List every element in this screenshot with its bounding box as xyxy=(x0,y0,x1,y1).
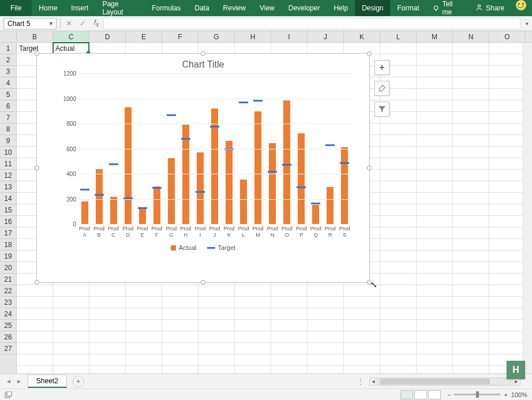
bar-actual-10[interactable] xyxy=(226,141,233,224)
row-header-3[interactable]: 3 xyxy=(0,66,16,77)
ribbon-tab-view[interactable]: View xyxy=(253,0,282,16)
col-header-o[interactable]: O xyxy=(489,31,526,42)
bar-actual-1[interactable] xyxy=(96,169,103,224)
target-marker-12[interactable] xyxy=(253,100,263,102)
tell-me-button[interactable]: Tell me xyxy=(426,0,470,16)
col-header-d[interactable]: D xyxy=(89,31,126,42)
name-box[interactable]: Chart 5 ▼ xyxy=(3,18,57,29)
row-header-7[interactable]: 7 xyxy=(0,112,16,124)
view-page-layout-button[interactable] xyxy=(414,390,427,399)
target-marker-8[interactable] xyxy=(196,191,205,193)
bar-actual-12[interactable] xyxy=(254,111,261,224)
row-header-6[interactable]: 6 xyxy=(0,100,16,112)
chart-filters-button[interactable] xyxy=(374,102,389,117)
macro-record-icon[interactable] xyxy=(5,391,13,398)
ribbon-tab-help[interactable]: Help xyxy=(327,0,355,16)
bar-actual-5[interactable] xyxy=(153,186,160,224)
target-marker-14[interactable] xyxy=(282,164,291,166)
target-marker-2[interactable] xyxy=(109,163,118,165)
target-marker-6[interactable] xyxy=(167,114,176,116)
col-header-k[interactable]: K xyxy=(344,31,380,42)
ribbon-tab-review[interactable]: Review xyxy=(216,0,253,16)
ribbon-tab-home[interactable]: Home xyxy=(32,0,64,16)
zoom-out-button[interactable]: − xyxy=(447,391,451,398)
col-header-c[interactable]: C xyxy=(53,31,89,42)
col-header-g[interactable]: G xyxy=(198,31,235,42)
bar-actual-3[interactable] xyxy=(125,107,132,224)
row-header-4[interactable]: 4 xyxy=(0,77,16,89)
vertical-scrollbar[interactable] xyxy=(523,43,532,374)
bar-actual-2[interactable] xyxy=(110,197,117,224)
target-marker-5[interactable] xyxy=(152,187,162,189)
bar-actual-8[interactable] xyxy=(197,152,204,224)
target-marker-0[interactable] xyxy=(80,189,89,190)
bar-actual-17[interactable] xyxy=(327,187,334,224)
ribbon-tab-formulas[interactable]: Formulas xyxy=(145,0,188,16)
hscroll-left-icon[interactable]: ◄ xyxy=(369,377,377,386)
target-marker-17[interactable] xyxy=(325,144,335,146)
zoom-slider[interactable] xyxy=(454,394,500,395)
row-header-14[interactable]: 14 xyxy=(0,193,16,204)
zoom-in-button[interactable]: + xyxy=(504,391,507,398)
sheet-tab-active[interactable]: Sheet2 xyxy=(28,375,67,388)
row-header-23[interactable]: 23 xyxy=(0,297,16,308)
formula-input[interactable] xyxy=(103,18,520,29)
cancel-formula-button[interactable]: ✕ xyxy=(62,19,76,28)
target-marker-7[interactable] xyxy=(181,138,190,140)
view-page-break-button[interactable] xyxy=(428,390,441,399)
row-header-27[interactable]: 27 xyxy=(0,343,16,354)
bar-actual-14[interactable] xyxy=(283,100,290,224)
row-header-1[interactable]: 1 xyxy=(0,43,16,54)
target-marker-18[interactable] xyxy=(340,162,349,164)
hscroll-track[interactable] xyxy=(379,377,511,386)
bar-actual-15[interactable] xyxy=(298,133,305,224)
worksheet-grid[interactable]: 1234567891011121314151617181920212223242… xyxy=(0,43,532,374)
row-header-22[interactable]: 22 xyxy=(0,285,16,297)
resize-handle-mr[interactable] xyxy=(367,166,372,170)
help-badge[interactable]: H xyxy=(507,361,525,379)
bar-actual-0[interactable] xyxy=(81,201,88,224)
row-header-8[interactable]: 8 xyxy=(0,124,16,135)
sheet-nav-next-icon[interactable]: ► xyxy=(15,377,23,386)
horizontal-scrollbar[interactable]: ⋮ ◄ ► xyxy=(84,377,532,386)
resize-handle-bl[interactable] xyxy=(35,280,39,285)
row-header-15[interactable]: 15 xyxy=(0,204,16,216)
legend-target[interactable]: Target xyxy=(207,244,236,251)
col-header-b[interactable]: B xyxy=(17,31,53,42)
col-header-e[interactable]: E xyxy=(126,31,162,42)
row-header-5[interactable]: 5 xyxy=(0,89,16,100)
row-header-19[interactable]: 19 xyxy=(0,251,16,262)
chart-legend[interactable]: Actual Target xyxy=(37,241,369,257)
chart-styles-button[interactable] xyxy=(374,81,389,96)
feedback-smiley-icon[interactable] xyxy=(516,0,526,10)
resize-handle-tm[interactable] xyxy=(201,51,205,56)
row-header-16[interactable]: 16 xyxy=(0,216,16,227)
row-header-10[interactable]: 10 xyxy=(0,147,16,158)
ribbon-tab-page-layout[interactable]: Page Layout xyxy=(95,0,145,16)
row-header-12[interactable]: 12 xyxy=(0,170,16,181)
sheet-nav[interactable]: ◄ ► xyxy=(0,377,28,386)
chart-title[interactable]: Chart Title xyxy=(37,54,369,73)
plot-area[interactable]: 020040060080010001200 ProdAProdBProdCPro… xyxy=(60,73,358,241)
ribbon-tab-developer[interactable]: Developer xyxy=(282,0,327,16)
col-header-n[interactable]: N xyxy=(453,31,489,42)
row-header-17[interactable]: 17 xyxy=(0,227,16,239)
bar-actual-18[interactable] xyxy=(341,147,348,224)
tab-splitter[interactable]: ⋮ xyxy=(357,377,365,386)
col-header-j[interactable]: J xyxy=(308,31,344,42)
ribbon-tab-format[interactable]: Format xyxy=(390,0,426,16)
share-button[interactable]: Share xyxy=(470,0,510,16)
ribbon-tab-file[interactable]: File xyxy=(0,0,32,16)
bar-actual-6[interactable] xyxy=(168,158,175,224)
row-header-18[interactable]: 18 xyxy=(0,239,16,251)
row-header-25[interactable]: 25 xyxy=(0,320,16,331)
target-marker-15[interactable] xyxy=(297,186,306,188)
row-header-20[interactable]: 20 xyxy=(0,262,16,274)
ribbon-tab-insert[interactable]: Insert xyxy=(64,0,95,16)
accept-formula-button[interactable]: ✓ xyxy=(76,19,89,28)
select-all-corner[interactable] xyxy=(0,31,17,42)
ribbon-tab-data[interactable]: Data xyxy=(188,0,216,16)
resize-handle-bm[interactable] xyxy=(201,280,205,285)
row-header-13[interactable]: 13 xyxy=(0,181,16,193)
hscroll-thumb[interactable] xyxy=(380,379,490,384)
